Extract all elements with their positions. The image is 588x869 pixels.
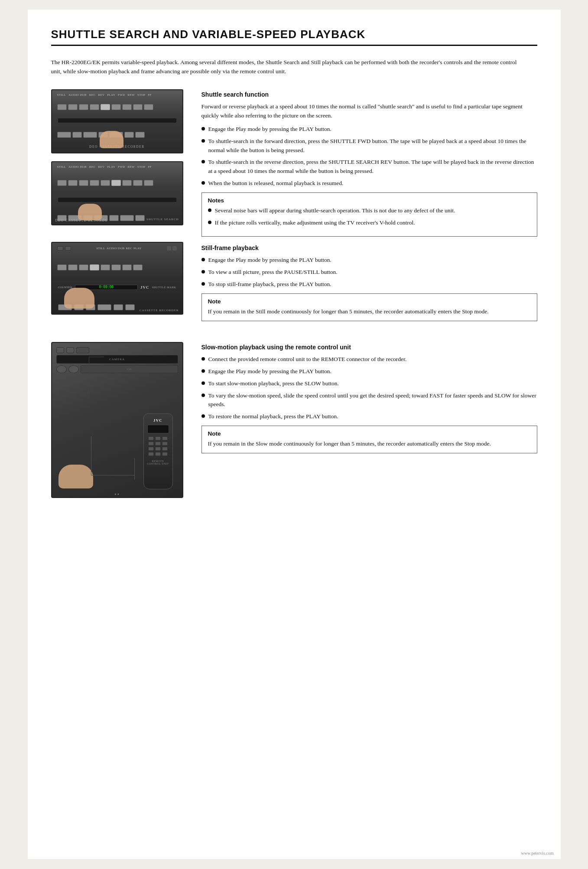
bottom-left-column: CAMERA USB JVC [51, 342, 188, 498]
large-device-image: CAMERA USB JVC [51, 342, 183, 498]
page: SHUTTLE SEARCH AND VARIABLE-SPEED PLAYBA… [28, 10, 561, 859]
notes-title: Notes [208, 197, 531, 204]
watermark: www.petervis.com [521, 851, 554, 856]
shuttle-bullet-3: To shuttle-search in the reverse directi… [201, 158, 537, 176]
bottom-section: CAMERA USB JVC [51, 342, 537, 498]
slow-motion-note-box: Note If you remain in the Slow mode cont… [201, 426, 537, 453]
page-title: SHUTTLE SEARCH AND VARIABLE-SPEED PLAYBA… [51, 28, 537, 46]
still-bullet-1: Engage the Play mode by pressing the PLA… [201, 256, 537, 265]
shuttle-search-bullets: Engage the Play mode by pressing the PLA… [201, 125, 537, 189]
still-bullet-2: To view a still picture, press the PAUSE… [201, 268, 537, 277]
bottom-right-column: Slow-motion playback using the remote co… [201, 342, 537, 498]
slow-note-title: Note [208, 430, 531, 437]
device-image-1: STILL AUDIO DUB REC REV PLAY FWD REW STO… [51, 89, 183, 153]
device-image-2: STILL AUDIO DUB REC REV PLAY FWD REW STO… [51, 161, 183, 225]
still-frame-bullets: Engage the Play mode by pressing the PLA… [201, 256, 537, 289]
note-item-2: If the picture rolls vertically, make ad… [208, 218, 531, 228]
bullet-dot [201, 414, 205, 418]
slow-bullet-4: To vary the slow-motion speed, slide the… [201, 391, 537, 410]
bullet-dot [201, 160, 205, 163]
bullet-dot [201, 270, 205, 273]
right-column: Shuttle search function Forward or rever… [201, 89, 537, 329]
bullet-dot [201, 357, 205, 361]
bullet-dot [201, 381, 205, 385]
bullet-dot [201, 369, 205, 373]
shuttle-search-description: Forward or reverse playback at a speed a… [201, 102, 537, 120]
slow-motion-bullets: Connect the provided remote control unit… [201, 355, 537, 422]
slow-motion-title: Slow-motion playback using the remote co… [201, 344, 537, 351]
still-bullet-3: To stop still-frame playback, press the … [201, 280, 537, 289]
slow-bullet-5: To restore the normal playback, press th… [201, 412, 537, 421]
bullet-dot [201, 282, 205, 286]
shuttle-notes-box: Notes Several noise bars will appear dur… [201, 192, 537, 237]
still-note-box: Note If you remain in the Still mode con… [201, 293, 537, 321]
bullet-dot [201, 258, 205, 261]
main-content: STILL AUDIO DUB REC REV PLAY FWD REW STO… [51, 89, 537, 329]
bullet-dot [201, 181, 205, 185]
bullet-dot [201, 139, 205, 143]
slow-bullet-3: To start slow-motion playback, press the… [201, 379, 537, 388]
bullet-dot [201, 127, 205, 130]
bullet-dot [208, 221, 211, 224]
notes-list: Several noise bars will appear during sh… [208, 206, 531, 228]
still-frame-title: Still-frame playback [201, 244, 537, 251]
slow-bullet-2: Engage the Play mode by pressing the PLA… [201, 367, 537, 376]
shuttle-bullet-4: When the button is released, normal play… [201, 179, 537, 188]
still-note-title: Note [208, 298, 531, 305]
slow-bullet-1: Connect the provided remote control unit… [201, 355, 537, 364]
intro-text: The HR-2200EG/EK permits variable-speed … [51, 58, 528, 76]
left-column: STILL AUDIO DUB REC REV PLAY FWD REW STO… [51, 89, 188, 329]
slow-note-text: If you remain in the Slow mode continuou… [208, 439, 531, 449]
shuttle-search-title: Shuttle search function [201, 91, 537, 98]
bullet-dot [201, 394, 205, 397]
bullet-dot [208, 208, 211, 212]
still-note-text: If you remain in the Still mode continuo… [208, 307, 531, 316]
shuttle-bullet-1: Engage the Play mode by pressing the PLA… [201, 125, 537, 134]
note-item-1: Several noise bars will appear during sh… [208, 206, 531, 215]
device-image-3: STILL AUDIO DUB REC PLAY [51, 242, 183, 315]
shuttle-bullet-2: To shuttle-search in the forward directi… [201, 137, 537, 155]
